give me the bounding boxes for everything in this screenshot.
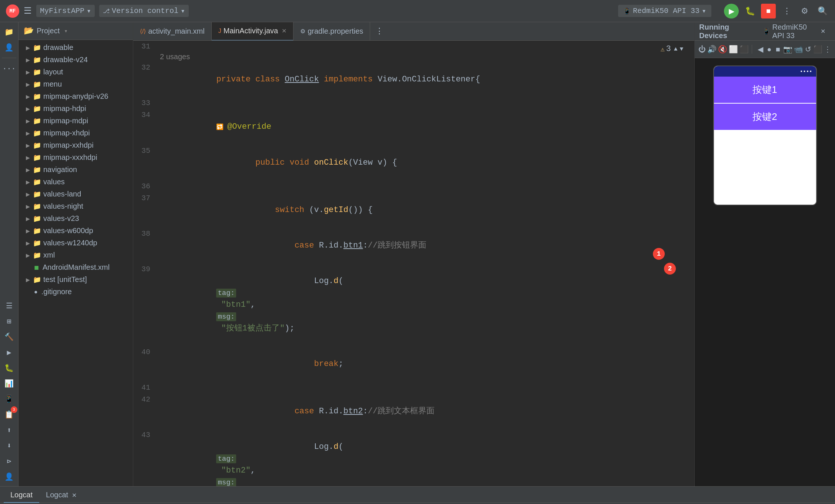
terminal-down-icon[interactable]: ⬇: [3, 439, 16, 452]
bottom-panel: Logcat Logcat ✕ 📱 RedmiK50 API 33 (emula…: [0, 486, 835, 504]
sidebar-item-drawable[interactable]: ▶ 📁 drawable: [19, 41, 133, 54]
git-icon[interactable]: 👤: [3, 41, 16, 54]
phone-btn1[interactable]: 按键1: [714, 77, 816, 103]
sidebar-item-values-night[interactable]: ▶ 📁 values-night: [19, 200, 133, 212]
recents-button[interactable]: ■: [774, 43, 781, 56]
sidebar-item-values-w1240dp[interactable]: ▶ 📁 values-w1240dp: [19, 237, 133, 249]
debug-icon[interactable]: 🐛: [3, 361, 16, 374]
run-button[interactable]: ▶: [724, 4, 739, 19]
vcs-chevron-icon: ▾: [181, 6, 185, 16]
record-button[interactable]: 📹: [794, 43, 803, 56]
sidebar-item-mipmap-xhdpi[interactable]: ▶ 📁 mipmap-xhdpi: [19, 127, 133, 139]
more-actions-button[interactable]: ⋮: [780, 4, 794, 18]
stop-button[interactable]: ■: [761, 4, 776, 19]
device-selector[interactable]: 📱 RedmiK50 API 33 ▾: [618, 5, 711, 17]
logcat-tab-2[interactable]: Logcat ✕: [39, 487, 83, 503]
sidebar-item-drawable-v24[interactable]: ▶ 📁 drawable-v24: [19, 54, 133, 66]
sidebar-item-mipmap-anydpi[interactable]: ▶ 📁 mipmap-anydpi-v26: [19, 90, 133, 103]
search-everywhere-button[interactable]: 🔍: [816, 4, 829, 18]
project-panel-title: Project: [37, 27, 60, 35]
build-icon[interactable]: 🔨: [3, 330, 16, 343]
logcat-icon[interactable]: 📋 3: [3, 408, 16, 421]
event-log-icon[interactable]: ⊳: [3, 454, 16, 468]
vcs-label: Version control: [112, 7, 178, 15]
expand-arrow-icon: ▶: [26, 118, 30, 124]
vcs-selector[interactable]: ⎇ Version control ▾: [99, 5, 189, 17]
sidebar-item-mipmap-hdpi[interactable]: ▶ 📁 mipmap-hdpi: [19, 103, 133, 115]
warning-chevron-icon[interactable]: ▲: [674, 46, 678, 53]
phone-screen: ▪▪▪▪ 按键1 按键2: [713, 65, 817, 205]
todo-icon[interactable]: ☰: [3, 299, 16, 312]
sidebar-item-mipmap-xxxhdpi[interactable]: ▶ 📁 mipmap-xxxhdpi: [19, 151, 133, 164]
sidebar-item-values-land[interactable]: ▶ 📁 values-land: [19, 188, 133, 200]
sidebar-item-layout[interactable]: ▶ 📁 layout: [19, 66, 133, 78]
device-tab-redmik50[interactable]: 📱 RedmiK50 API 33 ✕: [758, 22, 831, 41]
sidebar-item-label: values-night: [43, 202, 83, 211]
sidebar-item-gitignore[interactable]: ● .gitignore: [19, 286, 133, 298]
project-panel-header[interactable]: 📂 Project ▾: [19, 22, 133, 40]
home-button[interactable]: ●: [766, 43, 773, 56]
profile-button[interactable]: 🐛: [743, 4, 757, 18]
folder-icon: 📁: [33, 80, 41, 88]
fold-button[interactable]: ⬛: [813, 43, 822, 56]
terminal-icon[interactable]: ⬆: [3, 423, 16, 437]
logcat-tab-close-icon[interactable]: ✕: [72, 492, 77, 498]
back-button[interactable]: ◀: [757, 43, 764, 56]
settings-icon[interactable]: ⚙: [798, 4, 811, 18]
badge-2: 2: [664, 263, 676, 275]
rotate-button[interactable]: ↺: [805, 43, 812, 56]
expand-arrow-icon: ▶: [26, 142, 30, 148]
code-editor[interactable]: ⚠ 3 ▲ ▼ 1 2 31 2 usages: [133, 41, 694, 486]
run-tool-icon[interactable]: ▶: [3, 346, 16, 359]
tab-mainactivity-java[interactable]: J MainActivity.java ✕: [212, 22, 294, 41]
sidebar-item-values[interactable]: ▶ 📁 values: [19, 176, 133, 188]
warning-chevron-down-icon[interactable]: ▼: [680, 46, 683, 53]
expand-arrow-icon: ▶: [26, 252, 30, 258]
sidebar-item-test[interactable]: ▶ 📁 test [unitTest]: [19, 273, 133, 286]
sidebar-item-mipmap-xxhdpi[interactable]: ▶ 📁 mipmap-xxhdpi: [19, 139, 133, 151]
tab-more-button[interactable]: ⋮: [370, 26, 389, 36]
device-manager-icon[interactable]: 📱: [3, 392, 16, 406]
expand-arrow-icon: ▶: [26, 228, 30, 234]
sidebar-item-values-v23[interactable]: ▶ 📁 values-v23: [19, 212, 133, 225]
running-devices-toolbar: ⏻ 🔊 🔇 ⬜ ⬛ ◀ ● ■ 📷 📹 ↺ ⬛ ⋮: [695, 41, 835, 58]
sidebar-item-navigation[interactable]: ▶ 📁 navigation: [19, 164, 133, 176]
sidebar-item-mipmap-mdpi[interactable]: ▶ 📁 mipmap-mdpi: [19, 115, 133, 127]
project-tool-icon[interactable]: 📁: [3, 25, 16, 38]
expand-arrow-icon: ▶: [26, 179, 30, 185]
screenshot-button[interactable]: 📷: [783, 43, 792, 56]
volume-up-button[interactable]: 🔊: [707, 43, 717, 56]
tab-gradle-properties[interactable]: ⚙ gradle.properties: [294, 22, 370, 41]
project-selector[interactable]: MyFirstAPP ▾: [36, 5, 95, 17]
folder-icon: 📁: [33, 105, 41, 113]
settings-tool-icon[interactable]: 👤: [3, 470, 16, 483]
hamburger-menu-icon[interactable]: ☰: [24, 6, 32, 16]
shrink-button[interactable]: ⬛: [740, 43, 749, 56]
phone-btn2[interactable]: 按键2: [714, 104, 816, 130]
sidebar-item-values-w600dp[interactable]: ▶ 📁 values-w600dp: [19, 225, 133, 237]
expand-arrow-icon: ▶: [26, 69, 30, 75]
folder-icon: 📁: [33, 215, 41, 223]
more-icon[interactable]: ···: [3, 62, 16, 75]
code-line-40: 40 break;: [133, 346, 694, 382]
sidebar-item-androidmanifest[interactable]: ◼ AndroidManifest.xml: [19, 261, 133, 273]
device-tab-close-icon[interactable]: ✕: [821, 28, 825, 35]
logcat-tab-label: Logcat: [10, 491, 33, 499]
more-device-options[interactable]: ⋮: [824, 43, 831, 56]
code-line-34: 34 🔁 @Override: [133, 109, 694, 145]
profiler-icon[interactable]: 📊: [3, 377, 16, 390]
power-button[interactable]: ⏻: [698, 43, 706, 56]
xml-icon: ⟨/⟩: [140, 28, 146, 35]
tab-activity-main-xml[interactable]: ⟨/⟩ activity_main.xml: [133, 22, 212, 41]
project-panel: 📂 Project ▾ ▶ 📁 drawable ▶ 📁 drawable-v2…: [19, 22, 133, 486]
sidebar-item-label: mipmap-mdpi: [43, 117, 88, 125]
volume-down-button[interactable]: 🔇: [718, 43, 727, 56]
project-chevron-icon: ▾: [87, 6, 91, 16]
structure-icon[interactable]: ⊞: [3, 315, 16, 328]
sidebar-item-xml[interactable]: ▶ 📁 xml: [19, 249, 133, 261]
sidebar-item-menu[interactable]: ▶ 📁 menu: [19, 78, 133, 90]
project-chevron-icon: ▾: [64, 27, 68, 35]
logcat-tab-1[interactable]: Logcat: [4, 487, 39, 503]
tab-close-icon[interactable]: ✕: [282, 27, 286, 34]
expand-button[interactable]: ⬜: [729, 43, 738, 56]
